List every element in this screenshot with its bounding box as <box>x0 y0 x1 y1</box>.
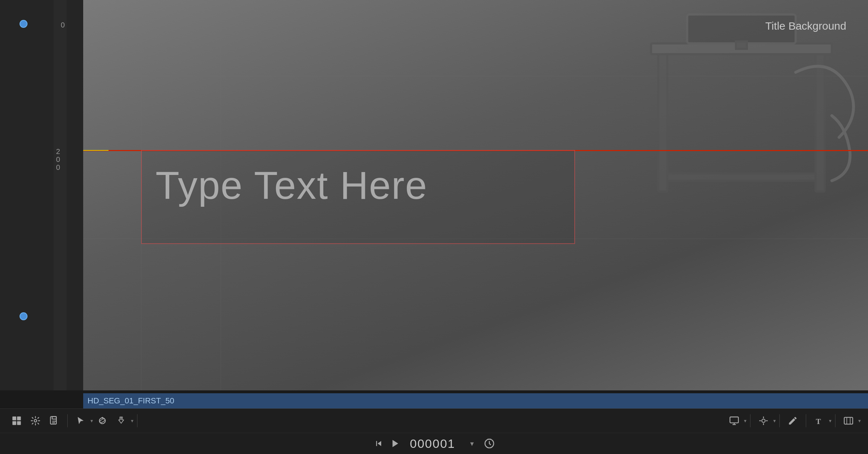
play-button[interactable] <box>387 436 403 451</box>
svg-rect-28 <box>844 417 852 424</box>
draw-tool-icon[interactable] <box>785 413 801 429</box>
svg-rect-7 <box>17 417 21 421</box>
svg-point-22 <box>762 419 765 423</box>
settings-icon[interactable] <box>27 413 43 429</box>
orbit-tool-group <box>93 413 112 429</box>
svg-rect-9 <box>17 421 21 425</box>
separator-2 <box>137 414 137 427</box>
frame-counter: 000001 <box>410 437 455 451</box>
bottom-toolbar: ▾ ▾ <box>0 408 868 454</box>
pan-tool-icon[interactable] <box>113 413 129 429</box>
type-text-placeholder[interactable]: Type Text Here <box>156 163 427 208</box>
separator-3 <box>750 414 750 427</box>
svg-rect-12 <box>52 417 56 419</box>
display-chevron[interactable]: ▾ <box>744 418 746 424</box>
svg-rect-6 <box>12 417 16 421</box>
rewind-button[interactable] <box>371 436 387 451</box>
extra-tool-chevron[interactable]: ▾ <box>858 418 861 424</box>
separator-5 <box>806 414 806 427</box>
svg-rect-19 <box>730 417 738 423</box>
frame-counter-dropdown[interactable]: ▾ <box>464 436 480 451</box>
keyframe-dot-bottom[interactable] <box>20 312 27 320</box>
text-chevron[interactable]: ▾ <box>829 418 831 424</box>
canvas-background: Title Background Type Text Here <box>83 0 868 390</box>
yellow-guide-line <box>83 150 109 151</box>
svg-rect-1 <box>658 54 667 192</box>
select-tool-chevron[interactable]: ▾ <box>90 418 93 424</box>
keyframe-dot-top[interactable] <box>20 20 27 28</box>
orbit-tool-icon[interactable] <box>94 413 110 429</box>
svg-point-10 <box>34 420 37 422</box>
color-chevron[interactable]: ▾ <box>773 418 776 424</box>
display-icon[interactable] <box>726 413 742 429</box>
color-tool-icon[interactable] <box>756 413 771 429</box>
file-icon[interactable] <box>46 413 62 429</box>
svg-text:T: T <box>816 417 821 426</box>
svg-rect-3 <box>667 174 816 181</box>
svg-point-17 <box>102 417 103 419</box>
text-tool-icon[interactable]: T <box>811 413 827 429</box>
separator-1 <box>67 414 68 427</box>
left-panel <box>0 0 83 390</box>
extra-tool-icon[interactable] <box>841 413 856 429</box>
title-background-label: Title Background <box>765 20 846 32</box>
grid-view-icon[interactable] <box>9 413 25 429</box>
select-tool-icon[interactable] <box>73 413 89 429</box>
separator-4 <box>779 414 780 427</box>
svg-rect-5 <box>736 42 747 49</box>
furniture-3d-shape <box>615 0 868 253</box>
canvas-area: Title Background Type Text Here <box>83 0 868 390</box>
separator-6 <box>835 414 835 427</box>
timeline-bar[interactable]: HD_SEG_01_FIRST_50 <box>83 393 868 408</box>
select-tool-group: ▾ <box>71 413 93 429</box>
tool-group-left <box>7 413 64 429</box>
pan-tool-chevron[interactable]: ▾ <box>131 418 133 424</box>
timeline-clip-label: HD_SEG_01_FIRST_50 <box>88 396 174 406</box>
ruler-marker-0: 0 <box>61 21 65 29</box>
toolbar-right-tools: ▾ ▾ <box>725 413 861 429</box>
toolbar-bottom-row: 000001 ▾ <box>0 433 868 454</box>
svg-rect-2 <box>816 54 825 192</box>
ruler-marker-200: 200 <box>56 147 60 171</box>
svg-rect-8 <box>12 421 16 425</box>
toolbar-top-row: ▾ ▾ <box>0 409 868 433</box>
ruler-left <box>54 0 67 390</box>
pan-tool-group: ▾ <box>112 413 133 429</box>
timer-icon[interactable] <box>481 436 497 451</box>
